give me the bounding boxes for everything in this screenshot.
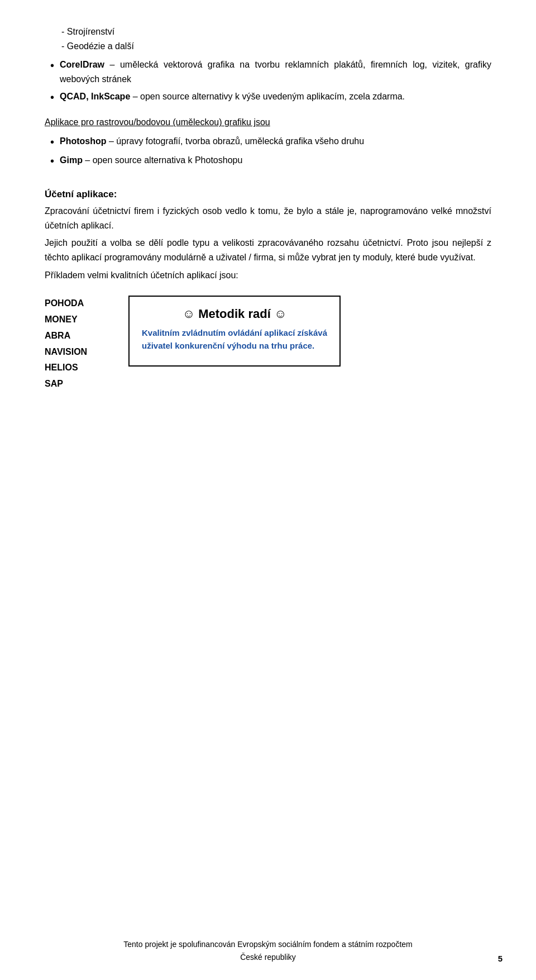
- footer: Tento projekt je spolufinancován Evropsk…: [0, 938, 536, 963]
- qcad-bold: QCAD, InkScape: [60, 92, 130, 101]
- gimp-item: Gimp – open source alternativa k Photosh…: [60, 153, 242, 168]
- list-item: SAP: [45, 376, 106, 392]
- metodik-box: ☺ Metodik radí ☺ Kvalitním zvládnutím ov…: [128, 296, 341, 367]
- list-item: MONEY: [45, 312, 106, 328]
- list-item: POHODA: [45, 296, 106, 312]
- raster-list: • Photoshop – úpravy fotografií, tvorba …: [45, 134, 491, 170]
- ucetni-para-1: Zpracování účetnictví firem i fyzických …: [45, 204, 491, 232]
- ucetni-section: Účetní aplikace: Zpracování účetnictví f…: [45, 187, 491, 282]
- photoshop-item: Photoshop – úpravy fotografií, tvorba ob…: [60, 134, 364, 149]
- footer-line-1: Tento projekt je spolufinancován Evropsk…: [22, 938, 514, 950]
- metodik-text: Kvalitním zvládnutím ovládání aplikací z…: [142, 327, 327, 352]
- list-item: ABRA: [45, 328, 106, 344]
- list-item: Geodézie a další: [61, 39, 491, 54]
- ucetni-title: Účetní aplikace:: [45, 187, 491, 202]
- raster-intro-text: Aplikace pro rastrovou/bodovou (umělecko…: [45, 115, 491, 130]
- dash-list: Strojírenství Geodézie a další: [45, 25, 491, 53]
- bullet-icon: •: [50, 133, 54, 151]
- photoshop-bold: Photoshop: [60, 136, 107, 146]
- gimp-rest: – open source alternativa k Photoshopu: [83, 155, 242, 165]
- list-item: HELIOS: [45, 360, 106, 376]
- qcad-rest: – open source alternativy k výše uvedený…: [130, 92, 405, 101]
- ucetni-para-3: Příkladem velmi kvalitních účetních apli…: [45, 268, 491, 283]
- ucetni-para-2: Jejich použití a volba se dělí podle typ…: [45, 236, 491, 264]
- page: Strojírenství Geodézie a další • CorelDr…: [0, 0, 536, 980]
- bullet-icon: •: [50, 152, 54, 170]
- bullet-icon: •: [50, 56, 54, 74]
- corel-bold: CorelDraw: [60, 60, 104, 69]
- corel-rest: – umělecká vektorová grafika na tvorbu r…: [60, 60, 491, 84]
- corel-section: • CorelDraw – umělecká vektorová grafika…: [45, 58, 491, 106]
- bottom-section: POHODA MONEY ABRA NAVISION HELIOS SAP ☺ …: [45, 296, 491, 392]
- list-item: NAVISION: [45, 344, 106, 360]
- app-list: POHODA MONEY ABRA NAVISION HELIOS SAP: [45, 296, 106, 392]
- bullet-icon: •: [50, 88, 54, 106]
- page-number: 5: [498, 954, 502, 963]
- content-area: Strojírenství Geodézie a další • CorelDr…: [45, 25, 491, 392]
- photoshop-rest: – úpravy fotografií, tvorba obrazů, uměl…: [107, 136, 365, 146]
- list-item: Strojírenství: [61, 25, 491, 39]
- raster-section: Aplikace pro rastrovou/bodovou (umělecko…: [45, 115, 491, 170]
- footer-line-2: České republiky: [22, 951, 514, 963]
- gimp-bold: Gimp: [60, 155, 83, 165]
- qcad-paragraph: QCAD, InkScape – open source alternativy…: [60, 89, 405, 104]
- metodik-title: ☺ Metodik radí ☺: [142, 307, 327, 321]
- corel-paragraph: CorelDraw – umělecká vektorová grafika n…: [60, 58, 491, 86]
